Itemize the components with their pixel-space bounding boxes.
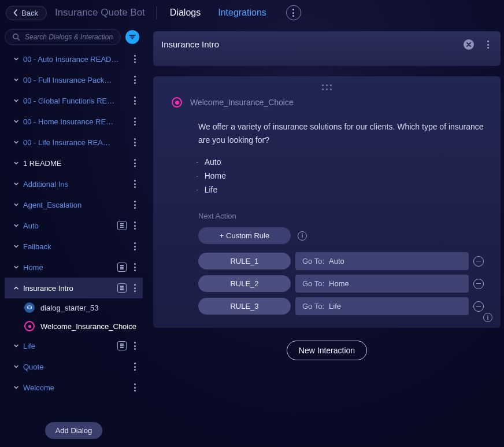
option-item[interactable]: Home	[196, 169, 490, 183]
close-panel-button[interactable]	[464, 39, 474, 50]
dialog-type-icon	[117, 283, 127, 293]
panel-menu-button[interactable]	[483, 40, 492, 48]
chevron-down-icon[interactable]	[12, 181, 21, 187]
filter-button[interactable]	[125, 30, 139, 44]
tree-item[interactable]: 00 - Global Functions RE…	[5, 90, 143, 111]
info-icon[interactable]: i	[298, 231, 307, 241]
remove-rule-button[interactable]	[473, 279, 484, 289]
svg-point-7	[30, 307, 31, 308]
goto-selector[interactable]: Go To:Life	[295, 297, 469, 315]
svg-rect-5	[28, 306, 32, 309]
tree-item-menu[interactable]	[130, 284, 139, 291]
option-item[interactable]: Auto	[196, 155, 490, 169]
tree-item-menu[interactable]	[130, 159, 139, 167]
interaction-name[interactable]: Welcome_Insurance_Choice	[190, 98, 294, 107]
back-button[interactable]: Back	[6, 6, 47, 20]
tree-item-menu[interactable]	[130, 342, 139, 349]
chevron-down-icon[interactable]	[12, 139, 21, 145]
rule-row: RULE_3Go To:Life	[198, 297, 490, 315]
remove-rule-button[interactable]	[473, 301, 484, 312]
tree-item[interactable]: Additional Ins	[5, 173, 143, 194]
card-info-icon[interactable]: i	[483, 313, 492, 322]
tree-item[interactable]: Fallback	[5, 236, 143, 257]
tree-item-label: Auto	[23, 221, 117, 230]
tree-subitem[interactable]: dialog_starter_53	[5, 298, 143, 317]
tree-item-menu[interactable]	[130, 117, 139, 125]
chevron-down-icon[interactable]	[12, 223, 21, 228]
option-label: Life	[205, 185, 218, 194]
chevron-down-icon[interactable]	[12, 119, 21, 124]
tree-item-menu[interactable]	[130, 221, 139, 229]
goto-selector[interactable]: Go To:Auto	[295, 252, 469, 270]
svg-line-1	[17, 38, 19, 40]
option-item[interactable]: Life	[196, 183, 490, 197]
ellipsis-vertical-icon	[134, 180, 136, 187]
chevron-down-icon[interactable]	[12, 264, 21, 270]
tree-item-menu[interactable]	[130, 363, 139, 370]
tree-item-menu[interactable]	[130, 76, 139, 83]
rule-chip[interactable]: RULE_1	[198, 253, 291, 269]
goto-label: Go To:	[302, 279, 324, 288]
add-dialog-button[interactable]: Add Dialog	[45, 422, 103, 439]
option-label: Home	[205, 171, 226, 180]
interaction-prompt[interactable]: We offer a variety of insurance solution…	[198, 120, 490, 147]
add-custom-rule-button[interactable]: + Custom Rule	[198, 227, 291, 244]
chevron-down-icon[interactable]	[12, 243, 21, 249]
goto-label: Go To:	[302, 302, 324, 311]
dialog-type-icon	[117, 221, 127, 230]
rule-chip[interactable]: RULE_3	[198, 298, 291, 315]
drag-handle-icon[interactable]	[322, 84, 332, 91]
tree-item-label: Life	[23, 342, 117, 350]
tree-item[interactable]: Welcome	[5, 377, 143, 398]
rule-chip[interactable]: RULE_2	[198, 275, 291, 292]
tree-item[interactable]: Home	[5, 257, 143, 278]
tree-item-menu[interactable]	[130, 97, 139, 104]
ellipsis-vertical-icon	[134, 342, 136, 349]
next-action-label: Next Action	[198, 212, 490, 220]
tree-item[interactable]: Quote	[5, 356, 143, 377]
tree-item[interactable]: Life	[5, 335, 143, 356]
tree-item-menu[interactable]	[130, 55, 139, 62]
tree-item[interactable]: Insurance Intro	[5, 278, 143, 298]
tree-subitem[interactable]: Welcome_Insurance_Choice	[5, 317, 143, 335]
tab-dialogs[interactable]: Dialogs	[170, 2, 201, 24]
tree-item[interactable]: Auto	[5, 215, 143, 236]
tree-item-label: 00 - Life Insurance REA…	[23, 138, 130, 147]
search-box[interactable]	[5, 29, 121, 45]
tree-item-menu[interactable]	[130, 263, 139, 271]
search-input[interactable]	[25, 33, 113, 41]
tree-item-menu[interactable]	[130, 180, 139, 187]
chevron-down-icon[interactable]	[12, 364, 21, 370]
ellipsis-vertical-icon	[134, 363, 136, 370]
ellipsis-vertical-icon	[134, 221, 136, 229]
tree-item[interactable]: 00 - Life Insurance REA…	[5, 132, 143, 153]
tree-item-menu[interactable]	[130, 242, 139, 250]
tree-item[interactable]: 1 README	[5, 153, 143, 173]
tree-item[interactable]: Agent_Escalation	[5, 194, 143, 215]
tree-item-label: Fallback	[23, 242, 130, 251]
tree-item-menu[interactable]	[130, 201, 139, 208]
tree-subitem-label: dialog_starter_53	[40, 304, 98, 312]
chevron-down-icon[interactable]	[12, 343, 21, 349]
chevron-down-icon[interactable]	[12, 98, 21, 104]
tree-item-menu[interactable]	[130, 383, 139, 391]
chevron-down-icon[interactable]	[12, 77, 21, 83]
chevron-down-icon[interactable]	[12, 202, 21, 208]
chevron-down-icon[interactable]	[12, 385, 21, 390]
tree-item[interactable]: 00 - Full Insurance Pack…	[5, 69, 143, 90]
new-interaction-button[interactable]: New Interaction	[287, 341, 367, 360]
question-node-icon	[172, 97, 182, 108]
remove-rule-button[interactable]	[473, 256, 484, 267]
ellipsis-vertical-icon	[134, 263, 136, 271]
tree-item[interactable]: 00 - Home Insurance RE…	[5, 111, 143, 132]
tab-integrations[interactable]: Integrations	[218, 2, 266, 24]
tree-item[interactable]: 00 - Auto Insurance READ…	[5, 49, 143, 69]
chevron-up-icon[interactable]	[12, 285, 21, 291]
header-menu-button[interactable]	[286, 5, 301, 20]
chevron-down-icon[interactable]	[12, 160, 21, 166]
goto-target: Home	[329, 279, 349, 288]
goto-selector[interactable]: Go To:Home	[295, 275, 469, 293]
tree-item-menu[interactable]	[130, 138, 139, 146]
ellipsis-vertical-icon	[134, 201, 136, 208]
chevron-down-icon[interactable]	[12, 56, 21, 62]
